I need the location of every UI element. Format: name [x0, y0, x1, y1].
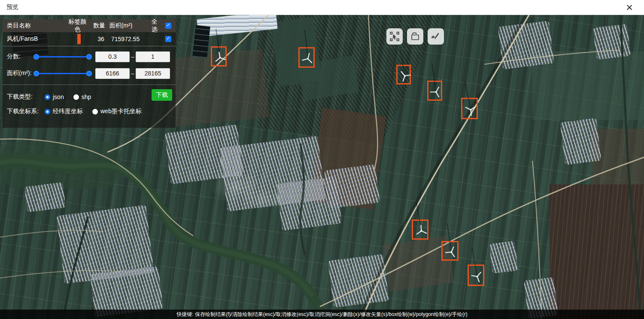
- area-filter-row: 面积(m²): –: [3, 68, 176, 79]
- freehand-draw-button[interactable]: [428, 28, 444, 45]
- wind-turbine-icon: [300, 48, 316, 69]
- shortcut-text: 快捷键: 保存绘制结果(f)/清除绘制结果(esc)/取消修改(esc)/取消挖…: [176, 311, 467, 317]
- category-count: 36: [91, 36, 111, 42]
- wind-turbine-icon: [443, 242, 460, 262]
- radio-lonlat-label[interactable]: 经纬度坐标: [53, 108, 83, 115]
- box-draw-button[interactable]: [407, 28, 423, 45]
- score-filter-row: 分数: –: [3, 51, 176, 62]
- radio-webmercator-label[interactable]: web墨卡托坐标: [100, 108, 142, 115]
- freehand-draw-icon: [431, 31, 441, 42]
- detection-box[interactable]: [427, 81, 442, 101]
- area-label: 面积(m²):: [7, 69, 36, 77]
- header-count: 数量: [89, 22, 109, 30]
- slider-track: [36, 73, 89, 74]
- score-slider-max-handle[interactable]: [86, 54, 92, 60]
- window-title: 预览: [6, 3, 18, 11]
- detection-box[interactable]: [412, 220, 428, 240]
- detection-box[interactable]: [298, 47, 315, 68]
- score-slider-min-handle[interactable]: [33, 54, 39, 60]
- radio-lonlat[interactable]: [45, 109, 50, 114]
- detection-box[interactable]: [468, 265, 484, 286]
- header-category: 类目名称: [7, 22, 66, 30]
- category-area: 715972.55: [111, 36, 154, 42]
- radio-json[interactable]: [45, 94, 50, 100]
- area-min-input[interactable]: [95, 68, 130, 79]
- select-all-checkbox[interactable]: [165, 23, 171, 29]
- close-icon[interactable]: ✕: [623, 2, 635, 14]
- score-min-input[interactable]: [95, 51, 130, 62]
- download-section: 下载类型: json shp 下载坐标系: 经纬度坐标 web墨卡托坐标 下载: [3, 84, 176, 120]
- shortcut-statusbar: 快捷键: 保存绘制结果(f)/清除绘制结果(esc)/取消修改(esc)/取消挖…: [0, 310, 644, 319]
- select-all-label: 全选: [152, 18, 163, 33]
- area-max-input[interactable]: [136, 68, 170, 79]
- download-type-row: 下载类型: json shp: [3, 91, 176, 102]
- category-checkbox[interactable]: [165, 36, 171, 42]
- range-dash: –: [130, 70, 136, 77]
- detection-box[interactable]: [461, 98, 478, 119]
- detection-box[interactable]: [211, 46, 227, 66]
- category-name: 风机/FansB: [7, 35, 67, 43]
- wind-turbine-icon: [398, 66, 412, 86]
- label-color-swatch[interactable]: [77, 34, 81, 44]
- coord-system-row: 下载坐标系: 经纬度坐标 web墨卡托坐标: [3, 106, 176, 117]
- area-slider[interactable]: [36, 70, 89, 76]
- radio-json-label[interactable]: json: [53, 93, 64, 100]
- header-area: 面积(m²): [109, 22, 152, 30]
- area-slider-max-handle[interactable]: [86, 71, 92, 76]
- select-transform-button[interactable]: [386, 28, 403, 45]
- radio-shp-label[interactable]: shp: [82, 93, 91, 100]
- preview-modal: 预览 ✕: [0, 0, 644, 319]
- download-button[interactable]: 下载: [152, 89, 172, 101]
- satellite-map[interactable]: 类目名称 标签颜色 数量 面积(m²) 全选 风机/FansB 36 71597…: [0, 15, 644, 319]
- header-label-color: 标签颜色: [66, 18, 89, 33]
- radio-webmercator[interactable]: [92, 109, 98, 114]
- box-draw-icon: [410, 31, 420, 42]
- download-type-label: 下载类型:: [7, 93, 45, 101]
- slider-track: [36, 56, 89, 57]
- area-slider-min-handle[interactable]: [33, 71, 39, 76]
- wind-turbine-icon: [413, 221, 430, 241]
- panel-header-row: 类目名称 标签颜色 数量 面积(m²) 全选: [3, 19, 176, 32]
- detection-box[interactable]: [396, 65, 411, 84]
- filter-section: 分数: – 面积(m²):: [3, 46, 176, 84]
- score-slider[interactable]: [36, 54, 89, 60]
- wind-turbine-icon: [462, 99, 479, 120]
- window-titlebar: 预览 ✕: [0, 0, 644, 15]
- wind-turbine-icon: [469, 266, 486, 287]
- radio-shp[interactable]: [73, 94, 79, 100]
- coord-system-label: 下载坐标系:: [7, 108, 45, 115]
- draw-toolbar: [386, 28, 444, 45]
- score-max-input[interactable]: [136, 51, 170, 62]
- select-transform-icon: [389, 31, 400, 42]
- detection-box[interactable]: [441, 241, 459, 261]
- score-label: 分数:: [7, 53, 36, 60]
- wind-turbine-icon: [212, 48, 228, 68]
- category-row: 风机/FansB 36 715972.55: [3, 32, 176, 46]
- range-dash: –: [130, 53, 136, 60]
- wind-turbine-icon: [428, 82, 444, 102]
- category-panel: 类目名称 标签颜色 数量 面积(m²) 全选 风机/FansB 36 71597…: [3, 19, 176, 128]
